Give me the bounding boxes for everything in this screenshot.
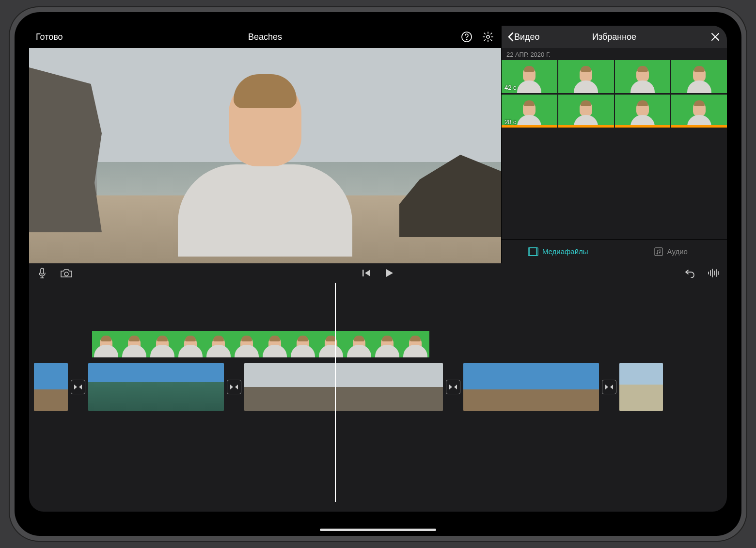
filmstrip-icon <box>528 247 538 256</box>
transition-icon[interactable] <box>227 380 241 394</box>
timeline-tracks[interactable] <box>29 283 727 512</box>
svg-point-1 <box>466 39 467 40</box>
browser-header: Видео Избранное <box>502 26 727 48</box>
timeline-clip[interactable] <box>88 363 224 411</box>
close-button[interactable] <box>710 32 720 42</box>
tab-label: Аудио <box>667 247 688 256</box>
media-browser: Видео Избранное 22 АПР. 2020 Г. 42 с <box>502 26 727 263</box>
clip-date-header: 22 АПР. 2020 Г. <box>502 48 727 60</box>
clip-row[interactable]: 42 с <box>502 60 727 93</box>
timeline-clip[interactable] <box>619 363 663 411</box>
clip-duration: 28 с <box>504 118 517 126</box>
transition-icon[interactable] <box>71 380 85 394</box>
waveform-icon[interactable] <box>708 267 720 279</box>
preview-viewport[interactable] <box>29 48 501 263</box>
timeline-toolbar <box>29 263 727 283</box>
timeline-clip[interactable] <box>34 363 68 411</box>
camera-icon[interactable] <box>60 267 73 279</box>
clip-duration: 42 с <box>504 84 517 91</box>
timeline <box>29 263 727 512</box>
back-button[interactable]: Видео <box>507 32 540 42</box>
tab-audio[interactable]: Аудио <box>614 240 727 263</box>
done-button[interactable]: Готово <box>36 32 94 42</box>
svg-point-2 <box>487 35 489 38</box>
transition-icon[interactable] <box>602 380 616 394</box>
undo-icon[interactable] <box>683 267 696 279</box>
clip-row-selected[interactable]: 28 с <box>502 95 727 128</box>
skip-back-icon[interactable] <box>360 267 373 279</box>
preview-header: Готово Beaches <box>29 26 501 48</box>
tab-label: Медиафайлы <box>542 247 588 256</box>
transition-icon[interactable] <box>446 380 460 394</box>
timeline-clip[interactable] <box>244 363 443 411</box>
gear-icon[interactable] <box>482 31 494 43</box>
overlay-track <box>92 331 429 357</box>
svg-point-8 <box>656 253 658 254</box>
mic-icon[interactable] <box>36 267 48 279</box>
svg-point-11 <box>64 272 68 276</box>
svg-rect-10 <box>41 268 44 274</box>
browser-tabs: Медиафайлы Аудио <box>502 239 727 263</box>
home-indicator[interactable] <box>320 529 436 531</box>
svg-point-9 <box>659 252 660 253</box>
project-title: Beaches <box>248 32 282 42</box>
help-icon[interactable] <box>460 31 473 43</box>
preview-pane: Готово Beaches <box>29 26 502 263</box>
close-icon <box>710 32 720 42</box>
svg-rect-4 <box>530 248 536 256</box>
svg-rect-7 <box>655 248 662 256</box>
play-icon[interactable] <box>383 267 396 279</box>
back-label: Видео <box>514 32 540 42</box>
music-icon <box>654 247 663 257</box>
tablet-frame: Готово Beaches <box>10 7 746 541</box>
playhead[interactable] <box>335 283 336 502</box>
app-screen: Готово Beaches <box>29 26 727 512</box>
bezel: Готово Beaches <box>15 12 741 536</box>
tab-media[interactable]: Медиафайлы <box>502 240 614 263</box>
browser-title: Избранное <box>592 32 636 42</box>
timeline-clip[interactable] <box>463 363 599 411</box>
chevron-left-icon <box>507 32 514 42</box>
overlay-clip[interactable] <box>92 331 429 357</box>
svg-rect-12 <box>362 270 364 276</box>
main-track <box>29 363 727 411</box>
